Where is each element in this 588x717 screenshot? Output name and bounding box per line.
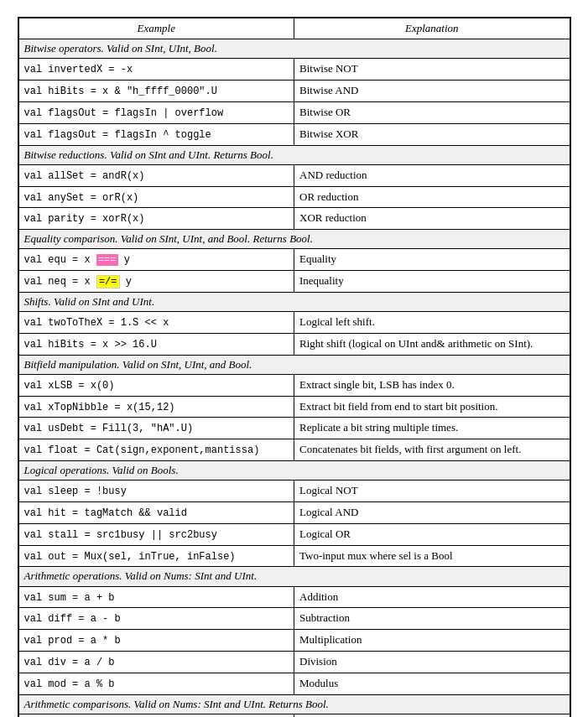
table-row: val allSet = andR(x)AND reduction (18, 164, 570, 186)
table-row: val equ = x === yEquality (18, 249, 570, 271)
explanation-cell: Right shift (logical on UInt and& arithm… (294, 333, 570, 355)
explanation-cell: Extract bit field from end to start bit … (294, 396, 570, 418)
example-cell: val float = Cat(sign,exponent,mantissa) (18, 439, 294, 461)
example-cell: val parity = xorR(x) (18, 208, 294, 230)
explanation-cell: Modulus (294, 673, 570, 694)
section-header-7: Arithmetic comparisons. Valid on Nums: S… (18, 694, 570, 714)
example-cell: val mod = a % b (18, 673, 294, 694)
section-title: Bitfield manipulation. Valid on SInt, UI… (18, 355, 570, 374)
explanation-cell: Multiplication (294, 630, 570, 652)
section-header-3: Shifts. Valid on SInt and UInt. (18, 292, 570, 311)
example-cell: val equ = x === y (18, 249, 294, 271)
example-cell: val flagsOut = flagsIn ^ toggle (18, 123, 294, 145)
example-cell: val allSet = andR(x) (18, 164, 294, 186)
table-row: val div = a / bDivision (18, 652, 570, 673)
example-cell: val gt = a > b (18, 714, 294, 717)
explanation-cell: Inequality (294, 271, 570, 293)
table-row: val anySet = orR(x)OR reduction (18, 186, 570, 208)
table-row: val usDebt = Fill(3, "hA".U)Replicate a … (18, 418, 570, 439)
section-title: Bitwise operators. Valid on SInt, UInt, … (18, 39, 570, 59)
explanation-cell: Logical AND (294, 502, 570, 524)
explanation-cell: Extract single bit, LSB has index 0. (294, 374, 570, 396)
table-row: val hiBits = x >> 16.URight shift (logic… (18, 333, 570, 355)
explanation-cell: Addition (294, 586, 570, 608)
example-cell: val neq = x =/= y (18, 271, 294, 293)
table-row: val parity = xorR(x)XOR reduction (18, 208, 570, 230)
explanation-cell: AND reduction (294, 164, 570, 186)
explanation-cell: Bitwise NOT (294, 59, 570, 81)
explanation-cell: Logical OR (294, 523, 570, 545)
explanation-cell: Equality (294, 249, 570, 271)
header-explanation: Explanation (294, 18, 570, 39)
table-row: val flagsOut = flagsIn ^ toggleBitwise X… (18, 123, 570, 145)
table-row: val float = Cat(sign,exponent,mantissa)C… (18, 439, 570, 461)
example-cell: val diff = a - b (18, 608, 294, 630)
example-cell: val hit = tagMatch && valid (18, 502, 294, 524)
section-header-6: Arithmetic operations. Valid on Nums: SI… (18, 567, 570, 586)
example-cell: val out = Mux(sel, inTrue, inFalse) (18, 545, 294, 567)
explanation-cell: Bitwise OR (294, 101, 570, 123)
table-row: val twoToTheX = 1.S << xLogical left shi… (18, 312, 570, 334)
explanation-cell: Bitwise AND (294, 81, 570, 102)
example-cell: val hiBits = x & "h_ffff_0000".U (18, 81, 294, 102)
table-row: val gt = a > bGreater than (18, 714, 570, 717)
table-row: val prod = a * bMultiplication (18, 630, 570, 652)
explanation-cell: Subtraction (294, 608, 570, 630)
section-header-2: Equality comparison. Valid on SInt, UInt… (18, 230, 570, 249)
example-cell: val hiBits = x >> 16.U (18, 333, 294, 355)
table-row: val sleep = !busyLogical NOT (18, 481, 570, 502)
table-row: val xTopNibble = x(15,12)Extract bit fie… (18, 396, 570, 418)
example-cell: val flagsOut = flagsIn | overflow (18, 101, 294, 123)
table-row: val hiBits = x & "h_ffff_0000".UBitwise … (18, 81, 570, 102)
example-cell: val prod = a * b (18, 630, 294, 652)
example-cell: val sum = a + b (18, 586, 294, 608)
explanation-cell: Replicate a bit string multiple times. (294, 418, 570, 439)
example-cell: val xTopNibble = x(15,12) (18, 396, 294, 418)
example-cell: val xLSB = x(0) (18, 374, 294, 396)
section-header-0: Bitwise operators. Valid on SInt, UInt, … (18, 39, 570, 59)
example-cell: val stall = src1busy || src2busy (18, 523, 294, 545)
section-title: Arithmetic comparisons. Valid on Nums: S… (18, 694, 570, 714)
table-row: val hit = tagMatch && validLogical AND (18, 502, 570, 524)
section-title: Bitwise reductions. Valid on SInt and UI… (18, 145, 570, 164)
example-cell: val twoToTheX = 1.S << x (18, 312, 294, 334)
explanation-cell: Logical NOT (294, 481, 570, 502)
table-row: val flagsOut = flagsIn | overflowBitwise… (18, 101, 570, 123)
section-title: Shifts. Valid on SInt and UInt. (18, 292, 570, 311)
header-example: Example (18, 18, 294, 39)
section-title: Logical operations. Valid on Bools. (18, 461, 570, 481)
table-row: val out = Mux(sel, inTrue, inFalse)Two-i… (18, 545, 570, 567)
explanation-cell: Division (294, 652, 570, 673)
example-cell: val usDebt = Fill(3, "hA".U) (18, 418, 294, 439)
explanation-cell: OR reduction (294, 186, 570, 208)
table-row: val sum = a + bAddition (18, 586, 570, 608)
section-header-4: Bitfield manipulation. Valid on SInt, UI… (18, 355, 570, 374)
main-table: Example Explanation Bitwise operators. V… (18, 17, 571, 717)
section-header-1: Bitwise reductions. Valid on SInt and UI… (18, 145, 570, 164)
explanation-cell: Greater than (294, 714, 570, 717)
table-row: val mod = a % bModulus (18, 673, 570, 694)
explanation-cell: Logical left shift. (294, 312, 570, 334)
table-row: val invertedX = -xBitwise NOT (18, 59, 570, 81)
example-cell: val sleep = !busy (18, 481, 294, 502)
explanation-cell: Bitwise XOR (294, 123, 570, 145)
example-cell: val anySet = orR(x) (18, 186, 294, 208)
explanation-cell: Two-input mux where sel is a Bool (294, 545, 570, 567)
section-header-5: Logical operations. Valid on Bools. (18, 461, 570, 481)
table-header: Example Explanation (18, 18, 570, 39)
section-title: Arithmetic operations. Valid on Nums: SI… (18, 567, 570, 586)
section-title: Equality comparison. Valid on SInt, UInt… (18, 230, 570, 249)
table-row: val stall = src1busy || src2busyLogical … (18, 523, 570, 545)
table-row: val neq = x =/= yInequality (18, 271, 570, 293)
table-row: val diff = a - bSubtraction (18, 608, 570, 630)
table-row: val xLSB = x(0)Extract single bit, LSB h… (18, 374, 570, 396)
explanation-cell: XOR reduction (294, 208, 570, 230)
example-cell: val invertedX = -x (18, 59, 294, 81)
example-cell: val div = a / b (18, 652, 294, 673)
explanation-cell: Concatenates bit fields, with first argu… (294, 439, 570, 461)
